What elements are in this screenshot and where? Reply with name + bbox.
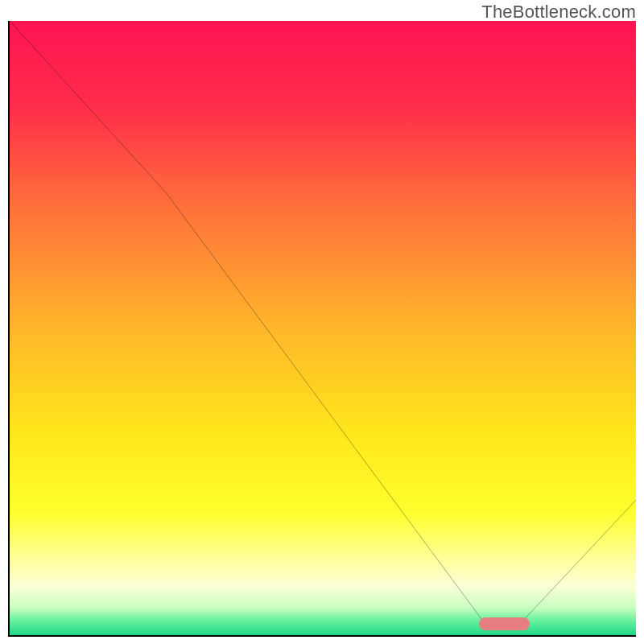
plot-area	[8, 21, 636, 637]
bottleneck-curve	[10, 21, 636, 635]
optimal-marker	[479, 617, 530, 630]
watermark-text: TheBottleneck.com	[481, 2, 636, 23]
